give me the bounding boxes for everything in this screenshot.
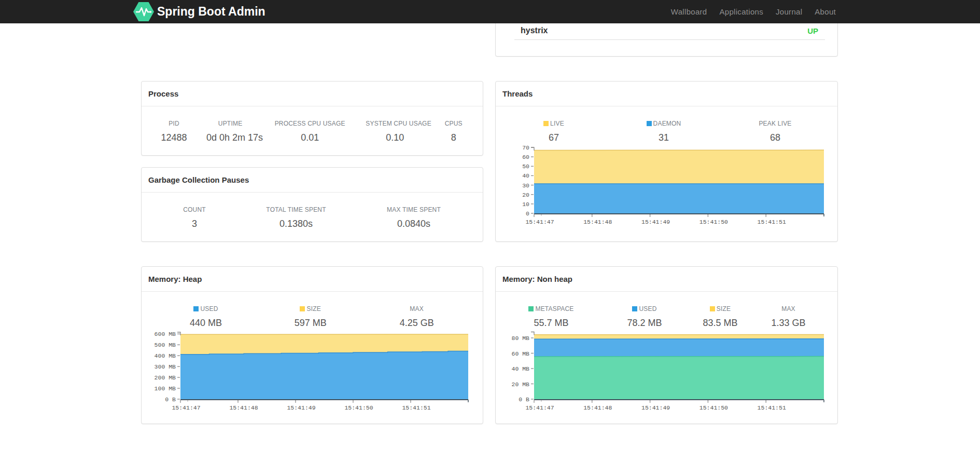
metric-label: CPUS [424,119,483,128]
metric-daemon: DAEMON31 [612,106,716,144]
svg-text:15:41:51: 15:41:51 [758,219,786,225]
svg-text:40: 40 [522,172,529,179]
legend-square-icon [528,306,534,311]
svg-text:20 MB: 20 MB [511,381,529,388]
metric-value: 0.0840s [345,217,483,230]
metric-value: 1.33 GB [758,317,819,329]
navbar: Spring Boot Admin WallboardApplicationsJ… [0,0,980,23]
metric-max: MAX1.33 GB [758,292,819,329]
metric-label: TOTAL TIME SPENT [247,206,345,214]
legend-square-icon [710,306,715,311]
metric-label: METASPACE [496,305,607,313]
app-title[interactable]: Spring Boot Admin [157,0,265,23]
svg-text:500 MB: 500 MB [155,342,176,348]
svg-text:15:41:48: 15:41:48 [583,404,612,411]
legend-square-icon [632,306,637,311]
metric-metaspace: METASPACE55.7 MB [496,292,607,329]
svg-text:300 MB: 300 MB [155,363,176,370]
metric-cpus: CPUS8 [424,106,483,144]
panel-title: Process [142,81,483,106]
svg-text:15:41:50: 15:41:50 [699,219,728,225]
metric-used: USED440 MB [142,292,270,329]
nav-link-about[interactable]: About [808,0,842,23]
metric-value: 597 MB [270,317,351,329]
metric-label: COUNT [142,206,247,214]
metric-label: MAX [351,305,483,313]
divider [514,39,825,40]
legend-square-icon [193,306,199,311]
panel-title: Threads [496,81,837,106]
metric-label: PID [142,119,206,128]
nav-links: WallboardApplicationsJournalAbout [665,0,842,23]
metric-peak-live: PEAK LIVE68 [716,106,835,144]
pulse-icon [133,2,154,21]
svg-text:15:41:47: 15:41:47 [172,404,200,411]
svg-text:15:41:51: 15:41:51 [402,404,430,411]
svg-text:600 MB: 600 MB [155,331,176,337]
legend-square-icon [300,306,305,311]
metric-value: 4.25 GB [351,317,483,329]
metric-label: SIZE [682,305,758,313]
metric-label: DAEMON [612,119,716,128]
svg-text:100 MB: 100 MB [155,385,176,392]
metric-label: PEAK LIVE [716,119,835,128]
metric-size: SIZE83.5 MB [682,292,758,329]
svg-text:50: 50 [522,163,529,170]
metric-system-cpu-usage: SYSTEM CPU USAGE0.10 [366,106,424,144]
svg-text:60: 60 [522,154,529,160]
svg-text:60 MB: 60 MB [511,350,529,357]
metric-label: LIVE [496,119,612,128]
metric-live: LIVE67 [496,106,612,144]
metric-process-cpu-usage: PROCESS CPU USAGE0.01 [254,106,366,144]
gc-pauses-panel: Garbage Collection Pauses COUNT3TOTAL TI… [141,167,483,242]
metric-value: 55.7 MB [496,317,607,329]
metric-label: MAX [758,305,819,313]
metric-label: SIZE [270,305,351,313]
process-panel: Process PID12488UPTIME0d 0h 2m 17sPROCES… [141,81,483,156]
nav-link-journal[interactable]: Journal [769,0,808,23]
svg-text:30: 30 [522,182,529,189]
threads-chart: 01020304050607015:41:4715:41:4815:41:491… [508,140,835,232]
nav-link-applications[interactable]: Applications [713,0,769,23]
svg-text:0: 0 [526,210,529,217]
metric-value: 12488 [142,131,206,144]
metric-max: MAX4.25 GB [351,292,483,329]
svg-text:40 MB: 40 MB [511,365,529,372]
metric-value: 8 [424,131,483,144]
svg-text:80 MB: 80 MB [511,335,529,342]
metric-value: 0d 0h 2m 17s [206,131,254,144]
svg-text:400 MB: 400 MB [155,352,176,359]
svg-text:20: 20 [522,192,529,198]
panel-title: Memory: Heap [142,267,483,292]
metric-label: USED [607,305,682,313]
brand-logo[interactable] [133,2,154,21]
metric-max-time-spent: MAX TIME SPENT0.0840s [345,193,483,230]
nav-link-wallboard[interactable]: Wallboard [665,0,713,23]
metric-value: 83.5 MB [682,317,758,329]
metric-total-time-spent: TOTAL TIME SPENT0.1380s [247,193,345,230]
metric-value: 0.1380s [247,217,345,230]
metric-uptime: UPTIME0d 0h 2m 17s [206,106,254,144]
metric-used: USED78.2 MB [607,292,682,329]
panel-title: Garbage Collection Pauses [142,168,483,193]
application-name[interactable]: hystrix [521,26,548,35]
metric-size: SIZE597 MB [270,292,351,329]
svg-text:15:41:48: 15:41:48 [583,219,612,225]
memory-heap-chart: 0 B100 MB200 MB300 MB400 MB500 MB600 MB1… [150,328,477,418]
svg-text:15:41:49: 15:41:49 [287,404,315,411]
metric-count: COUNT3 [142,193,247,230]
svg-text:10: 10 [522,201,529,208]
svg-text:0 B: 0 B [519,396,529,403]
metric-label: UPTIME [206,119,254,128]
metric-value: 0.10 [366,131,424,144]
svg-text:15:41:50: 15:41:50 [344,404,373,411]
svg-text:15:41:49: 15:41:49 [641,219,670,225]
svg-text:0 B: 0 B [165,396,176,403]
svg-text:15:41:47: 15:41:47 [525,404,554,411]
metric-value: 0.01 [254,131,366,144]
legend-square-icon [647,121,652,126]
metric-label: SYSTEM CPU USAGE [366,119,424,128]
legend-square-icon [543,121,549,126]
metric-label: PROCESS CPU USAGE [254,119,366,128]
svg-text:70: 70 [522,144,529,151]
